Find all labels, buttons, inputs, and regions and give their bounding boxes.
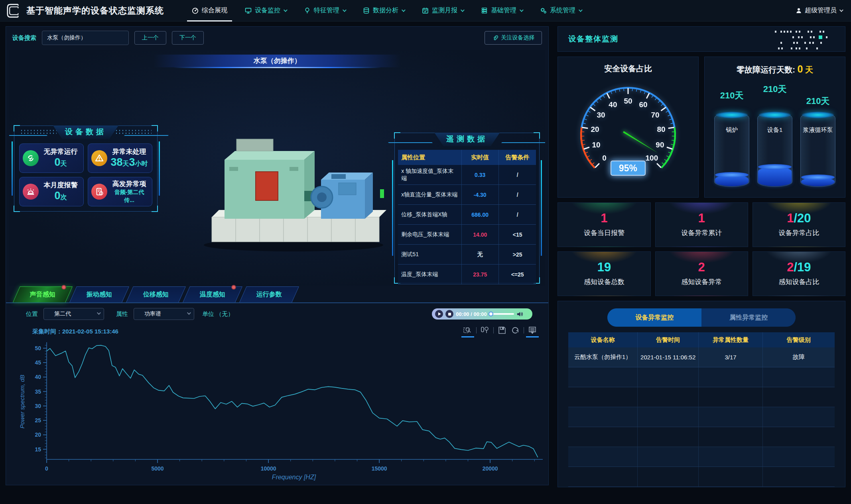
- warning-triangle-icon: [95, 154, 104, 163]
- safety-gauge: 010203040506070809010095%: [562, 75, 694, 183]
- svg-text:Power spectrum, dB: Power spectrum, dB: [19, 375, 26, 428]
- chevron-down-icon: [187, 311, 191, 315]
- telemetry-cell: 23.75: [462, 265, 499, 284]
- stat-card-3: 1/20设备异常占比: [753, 202, 845, 247]
- nav-item-3[interactable]: 特征管理: [304, 0, 345, 22]
- player-seek-knob[interactable]: [489, 312, 493, 316]
- cylinder-days: 210天: [763, 83, 787, 95]
- sensing-tab-2[interactable]: 振动感知: [69, 286, 129, 302]
- card-value: 音频-第二代传...: [110, 188, 148, 203]
- cylinder-2: 210天 设备1: [754, 78, 796, 187]
- user-menu[interactable]: 超级管理员: [796, 6, 842, 15]
- nav-item-5[interactable]: 监测月报: [422, 0, 463, 22]
- alarm-cell: [763, 387, 835, 407]
- bulb-icon: [304, 7, 311, 14]
- telemetry-row[interactable]: x 轴加速度值_泵体末端0.33/: [398, 165, 536, 185]
- telemetry-row[interactable]: x轴直流分量_泵体末端-4.30/: [398, 185, 536, 205]
- stat-card-2: 1设备异常累计: [655, 202, 748, 247]
- alarm-tab-2[interactable]: 属性异常监控: [701, 308, 796, 327]
- sensing-tab-4[interactable]: 温度感知: [183, 286, 242, 302]
- gears-icon: [540, 7, 547, 14]
- device-data-card-2: 异常未处理38天3小时: [88, 143, 152, 173]
- stat-label: 感知设备占比: [778, 277, 819, 286]
- pump-3d-model[interactable]: [200, 113, 387, 256]
- restore-icon[interactable]: [510, 326, 520, 335]
- telemetry-cell: 温度_泵体末端: [398, 265, 461, 284]
- svg-text:100: 100: [646, 154, 658, 162]
- attribute-select[interactable]: 功率谱: [134, 308, 194, 320]
- sensing-tab-1[interactable]: 声音感知: [13, 286, 73, 302]
- page-title: 基于智能声学的设备状态监测系统: [26, 5, 164, 17]
- 3d-viewer[interactable]: 水泵（勿操作）: [9, 50, 545, 286]
- stat-value: 1: [698, 212, 705, 224]
- svg-text:45: 45: [35, 359, 41, 366]
- sensing-tabs: 声音感知振动感知位移感知温度感知运行参数: [6, 286, 548, 303]
- chevron-down-icon: [97, 311, 101, 315]
- dashboard-icon: [192, 7, 199, 14]
- telemetry-cell: 686.00: [462, 205, 499, 224]
- prev-device-button[interactable]: 上一个: [134, 31, 166, 45]
- nav-item-1[interactable]: 综合展现: [192, 0, 227, 22]
- zoom-reset-icon[interactable]: [480, 326, 490, 335]
- cylinder-top-glow: [716, 112, 748, 118]
- alarm-cell: [763, 467, 835, 486]
- volume-button[interactable]: [516, 311, 523, 318]
- follow-device-button[interactable]: 关注设备选择: [485, 31, 542, 45]
- telemetry-header-row: 属性位置实时值告警条件: [398, 150, 536, 165]
- telemetry-row[interactable]: 剩余电压_泵体末端14.00<15: [398, 225, 536, 245]
- tab-label: 运行参数: [256, 290, 282, 299]
- tab-label: 振动感知: [87, 290, 112, 299]
- svg-text:60: 60: [639, 100, 648, 109]
- telemetry-row[interactable]: 温度_泵体末端23.75<=25: [398, 265, 536, 284]
- alarm-cell: [763, 367, 835, 387]
- telemetry-row[interactable]: 测试51无>25: [398, 245, 536, 265]
- data-view-icon[interactable]: [528, 326, 537, 335]
- nav-item-2[interactable]: 设备监控: [245, 0, 286, 22]
- spectrum-chart[interactable]: 152025303540455005000100001500020000Powe…: [15, 341, 545, 481]
- stat-label: 设备当日报警: [584, 228, 624, 237]
- next-device-button[interactable]: 下一个: [172, 31, 204, 45]
- svg-text:40: 40: [609, 100, 617, 109]
- stop-icon: [448, 313, 451, 316]
- play-button[interactable]: [435, 310, 443, 318]
- alarm-empty-row: [568, 367, 835, 387]
- nav-item-4[interactable]: 数据分析: [363, 0, 404, 22]
- overview-column: 设备整体监测 安全设备占比 010203040506070809010095% …: [557, 26, 845, 487]
- device-search-input[interactable]: [42, 31, 129, 45]
- zoom-tool-icon[interactable]: [463, 326, 473, 335]
- stop-button[interactable]: [445, 310, 453, 318]
- device-data-card-4: 高发异常项音频-第二代传...: [88, 177, 152, 206]
- svg-text:10000: 10000: [261, 465, 276, 472]
- nav-label: 数据分析: [373, 6, 398, 15]
- telemetry-row[interactable]: 位移_泵体首端X轴686.00/: [398, 205, 536, 225]
- sensing-tab-3[interactable]: 位移感知: [126, 286, 186, 302]
- svg-text:0: 0: [45, 465, 48, 472]
- chevron-down-icon: [520, 8, 524, 12]
- main-nav: 综合展现设备监控特征管理数据分析监测月报基础管理系统管理: [192, 0, 796, 22]
- cylinder-days: 210天: [720, 90, 744, 102]
- alarm-row[interactable]: 云酷水泵（勿操作1）2021-01-15 11:06:523/17故障: [568, 347, 835, 367]
- telemetry-header: 告警条件: [499, 150, 536, 165]
- cylinder-fill: [758, 167, 792, 186]
- collect-time: 采集时间：2021-02-05 15:13:46: [32, 328, 118, 335]
- alarm-header: 设备名称: [568, 332, 638, 347]
- cylinder-1: 210天 锅炉: [711, 78, 753, 187]
- telemetry-cell: /: [499, 165, 536, 184]
- database-icon: [363, 7, 370, 14]
- card-value: 0次: [42, 189, 79, 202]
- telemetry-cell: 0.33: [462, 165, 499, 184]
- alarm-cell: [699, 407, 762, 427]
- chart-toolbar: [463, 326, 537, 335]
- sensing-tab-5[interactable]: 运行参数: [239, 286, 299, 302]
- nav-item-7[interactable]: 系统管理: [540, 0, 581, 22]
- attribute-value: 功率谱: [144, 310, 161, 318]
- alarm-cell: [568, 467, 638, 486]
- card-label: 无异常运行: [42, 147, 79, 156]
- alarm-tab-1[interactable]: 设备异常监控: [607, 308, 701, 327]
- save-image-icon[interactable]: [497, 326, 507, 335]
- top-bar: 基于智能声学的设备状态监测系统 综合展现设备监控特征管理数据分析监测月报基础管理…: [0, 0, 851, 22]
- player-seekbar[interactable]: [489, 313, 514, 315]
- nav-item-6[interactable]: 基础管理: [481, 0, 522, 22]
- position-select[interactable]: 第二代: [43, 308, 104, 320]
- cylinder-name: 锅炉: [716, 126, 748, 135]
